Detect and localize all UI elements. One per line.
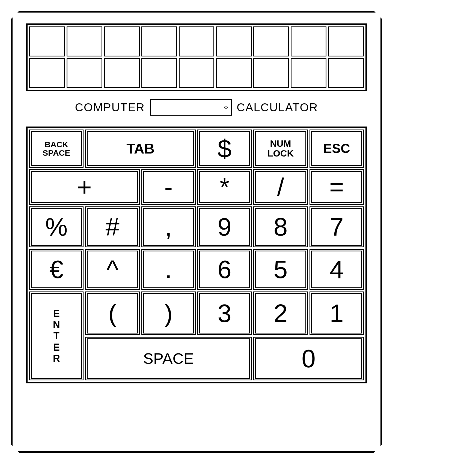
key-label: N xyxy=(53,319,60,330)
display-cell xyxy=(291,26,326,56)
key-label: TAB xyxy=(126,141,154,156)
space-key[interactable]: SPACE xyxy=(85,337,252,380)
zero-key[interactable]: 0 xyxy=(253,337,364,380)
calculator-keypad-device: COMPUTER CALCULATOR BACK SPACE TAB $ NUM… xyxy=(11,11,382,453)
period-key[interactable]: . xyxy=(141,249,196,290)
key-label: . xyxy=(165,256,172,283)
key-label: € xyxy=(49,256,63,283)
key-label: E xyxy=(53,308,60,319)
key-label: SPACE xyxy=(43,149,70,157)
backspace-key[interactable]: BACK SPACE xyxy=(29,130,84,168)
caret-key[interactable]: ^ xyxy=(85,249,139,290)
six-key[interactable]: 6 xyxy=(197,249,252,290)
display-cell xyxy=(216,26,252,56)
display-cell xyxy=(29,26,65,56)
key-label: % xyxy=(45,214,68,240)
comma-key[interactable]: , xyxy=(141,206,196,247)
key-label: 0 xyxy=(302,345,316,372)
numlock-key[interactable]: NUM LOCK xyxy=(253,130,308,168)
display-cell xyxy=(67,26,102,56)
dollar-key[interactable]: $ xyxy=(197,130,252,168)
display-cell xyxy=(328,26,364,56)
key-label: 1 xyxy=(330,300,344,327)
five-key[interactable]: 5 xyxy=(253,249,308,290)
display-cell xyxy=(291,58,326,88)
nine-key[interactable]: 9 xyxy=(197,206,252,247)
key-label: ESC xyxy=(323,142,350,155)
key-label: R xyxy=(53,353,60,364)
key-label: + xyxy=(77,174,92,200)
key-label: # xyxy=(105,214,119,240)
key-label: 8 xyxy=(273,214,287,240)
display-cell xyxy=(328,58,364,88)
display-cell xyxy=(141,26,177,56)
key-label: 3 xyxy=(218,300,231,327)
key-label: NUM xyxy=(270,139,291,149)
enter-key[interactable]: E N T E R xyxy=(29,291,84,380)
right-paren-key[interactable]: ) xyxy=(141,291,196,335)
key-label: 4 xyxy=(330,256,344,283)
key-label: 5 xyxy=(273,256,287,283)
key-label: LOCK xyxy=(267,149,294,158)
key-label: - xyxy=(164,174,173,200)
euro-key[interactable]: € xyxy=(29,249,84,290)
key-label: * xyxy=(220,174,230,200)
display-row-1 xyxy=(29,26,364,56)
four-key[interactable]: 4 xyxy=(310,249,364,290)
key-label: T xyxy=(53,330,59,341)
two-key[interactable]: 2 xyxy=(253,291,308,335)
display-cell xyxy=(253,26,289,56)
slash-key[interactable]: / xyxy=(253,169,308,205)
display-cell xyxy=(104,58,140,88)
mode-switch[interactable] xyxy=(150,99,232,116)
plus-key[interactable]: + xyxy=(29,169,140,205)
key-label: 9 xyxy=(218,214,231,240)
key-label: ) xyxy=(164,300,173,327)
key-label: BACK xyxy=(44,140,68,149)
eight-key[interactable]: 8 xyxy=(253,206,308,247)
display-cell xyxy=(67,58,102,88)
seven-key[interactable]: 7 xyxy=(310,206,364,247)
key-label: = xyxy=(329,174,344,200)
display-cell xyxy=(29,58,65,88)
key-label: 2 xyxy=(273,300,287,327)
keypad: BACK SPACE TAB $ NUM LOCK ESC + - * / = … xyxy=(26,127,367,383)
equals-key[interactable]: = xyxy=(310,169,364,205)
display-cell xyxy=(104,26,140,56)
key-label: ( xyxy=(108,300,117,327)
asterisk-key[interactable]: * xyxy=(197,169,252,205)
key-label: ^ xyxy=(106,256,118,283)
key-label: 6 xyxy=(218,256,231,283)
minus-key[interactable]: - xyxy=(141,169,196,205)
mode-indicator-icon xyxy=(224,106,228,109)
mode-label-computer: COMPUTER xyxy=(75,101,145,114)
display-cell xyxy=(179,26,215,56)
key-label: / xyxy=(277,174,284,200)
one-key[interactable]: 1 xyxy=(310,291,364,335)
key-label: 7 xyxy=(330,214,344,240)
key-label: $ xyxy=(218,136,231,162)
display-cell xyxy=(179,58,215,88)
three-key[interactable]: 3 xyxy=(197,291,252,335)
display-cell xyxy=(253,58,289,88)
key-label: , xyxy=(165,214,172,240)
hash-key[interactable]: # xyxy=(85,206,139,247)
mode-label-calculator: CALCULATOR xyxy=(237,101,318,114)
display-cell xyxy=(141,58,177,88)
key-label: SPACE xyxy=(143,351,194,367)
left-paren-key[interactable]: ( xyxy=(85,291,139,335)
esc-key[interactable]: ESC xyxy=(310,130,364,168)
display-row-2 xyxy=(29,58,364,88)
display-cell xyxy=(216,58,252,88)
tab-key[interactable]: TAB xyxy=(85,130,196,168)
mode-switch-row: COMPUTER CALCULATOR xyxy=(26,99,367,116)
key-label: E xyxy=(53,342,60,353)
display-panel xyxy=(26,23,367,91)
percent-key[interactable]: % xyxy=(29,206,84,247)
